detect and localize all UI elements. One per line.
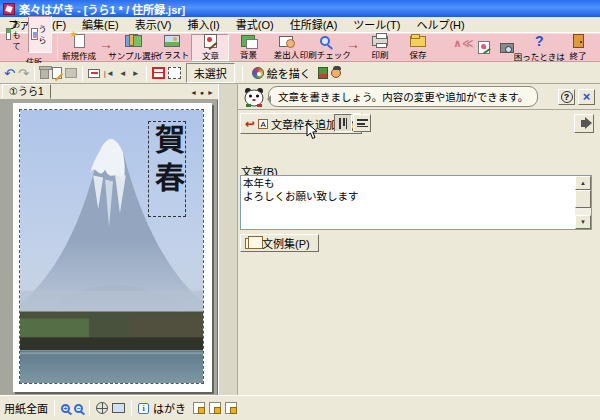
redo-icon: ↷ bbox=[18, 67, 29, 80]
vertical-text-icon bbox=[338, 118, 348, 129]
add-arrow-icon: ↩ bbox=[245, 117, 255, 131]
exit-label: 終了 bbox=[570, 49, 587, 61]
info-icon: i bbox=[138, 403, 149, 414]
assistant-header: 文章を書きましょう。内容の変更や追加ができます。 ? × bbox=[238, 84, 600, 110]
layout-grid-icon[interactable] bbox=[152, 67, 165, 79]
prev-page-icon[interactable]: ◄ bbox=[118, 69, 128, 78]
design-canvas[interactable]: 賀春 bbox=[0, 100, 218, 395]
tab-next-icon[interactable]: ► bbox=[207, 89, 214, 96]
zoom-in-icon[interactable]: + bbox=[61, 404, 70, 413]
menu-addressbook[interactable]: 住所録(A) bbox=[282, 17, 346, 33]
vertical-text-toggle[interactable] bbox=[334, 114, 352, 132]
postcard[interactable]: 賀春 bbox=[13, 103, 212, 392]
draw-picture-button[interactable]: 絵を描く bbox=[248, 64, 315, 82]
sender-label: 差出人 bbox=[274, 48, 300, 60]
title-bar[interactable]: 楽々はがき - [うら1 * / 住所録.jsr] bbox=[0, 0, 600, 17]
zoom-out-icon[interactable]: − bbox=[74, 404, 83, 413]
menu-edit[interactable]: 編集(E) bbox=[74, 17, 127, 33]
assistant-message-bubble: 文章を書きましょう。内容の変更や追加ができます。 bbox=[268, 86, 538, 107]
help-button[interactable]: ? 困ったときは bbox=[519, 34, 559, 61]
print-check-label: 印刷チェック bbox=[300, 48, 351, 60]
screen-view-icon[interactable] bbox=[112, 403, 125, 413]
print-check-button[interactable]: 印刷チェック bbox=[305, 34, 345, 61]
menu-tools[interactable]: ツール(T) bbox=[345, 17, 408, 33]
scroll-up-icon[interactable]: ▲ bbox=[575, 176, 591, 190]
toolbar-separator bbox=[57, 36, 58, 60]
back-side-label: うら bbox=[39, 23, 49, 45]
scroll-thumb[interactable] bbox=[575, 190, 591, 208]
fuji-photo[interactable]: 賀春 bbox=[19, 109, 204, 384]
sender-icon bbox=[279, 36, 293, 47]
edit-frame-icon[interactable] bbox=[52, 67, 62, 79]
selection-frame-icon[interactable] bbox=[168, 67, 181, 79]
save-button[interactable]: 保存 bbox=[399, 34, 437, 61]
camera-icon bbox=[500, 43, 514, 53]
panel-body: ↩ A 文章枠を追加(W) 文章(B) 本年も よろしくお願い致します ▲ bbox=[238, 111, 600, 395]
phrase-examples-label: 文例集(P) bbox=[262, 235, 310, 251]
greeting-text-value[interactable]: 本年も よろしくお願い致します bbox=[243, 177, 573, 228]
frame-lock-icon[interactable] bbox=[225, 402, 237, 414]
next-page-icon[interactable]: ► bbox=[131, 69, 141, 78]
frame-add-icon[interactable] bbox=[193, 402, 205, 414]
print-button[interactable]: 印刷 bbox=[361, 34, 399, 61]
text-tool-button[interactable]: 文章 bbox=[191, 34, 229, 61]
panel-close-button[interactable]: × bbox=[578, 89, 595, 105]
page-tab-strip: ①うら1 ◄ ● ► bbox=[0, 84, 218, 100]
whole-view-icon[interactable] bbox=[96, 402, 108, 414]
text-scrollbar[interactable]: ▲ ▼ bbox=[575, 176, 591, 229]
mouse-cursor bbox=[306, 122, 318, 140]
greeting-text-input[interactable]: 本年も よろしくお願い致します ▲ ▼ bbox=[240, 175, 592, 230]
first-page-icon[interactable]: |◄ bbox=[103, 69, 115, 78]
front-side-label: おもて bbox=[12, 18, 24, 51]
read-aloud-button[interactable] bbox=[574, 114, 594, 133]
status-separator bbox=[89, 400, 90, 416]
full-view-label[interactable]: 用紙全面 bbox=[4, 400, 48, 416]
undo-icon[interactable]: ↶ bbox=[4, 67, 15, 80]
horizontal-text-toggle[interactable] bbox=[353, 114, 371, 132]
illustration-button[interactable]: イラスト bbox=[153, 34, 191, 61]
menu-insert[interactable]: 挿入(I) bbox=[179, 17, 227, 33]
menu-format[interactable]: 書式(O) bbox=[228, 17, 282, 33]
help-label: 困ったときは bbox=[514, 50, 565, 62]
menu-help[interactable]: ヘルプ(H) bbox=[408, 17, 472, 33]
app-window: 楽々はがき - [うら1 * / 住所録.jsr] ファイル(F) 編集(E) … bbox=[0, 0, 600, 420]
new-document-icon bbox=[74, 34, 85, 48]
new-document-button[interactable]: 新規作成 bbox=[60, 34, 98, 61]
collapse-left-icon[interactable]: ≪ bbox=[462, 37, 474, 50]
scroll-down-icon[interactable]: ▼ bbox=[575, 215, 591, 229]
text-task-panel: 文章を書きましょう。内容の変更や追加ができます。 ? × ↩ A 文章枠を追加(… bbox=[238, 84, 600, 395]
printer-icon bbox=[372, 36, 388, 46]
greeting-text-frame[interactable]: 賀春 bbox=[148, 121, 186, 217]
panel-help-button[interactable]: ? bbox=[558, 89, 575, 105]
frame-copy-icon[interactable] bbox=[209, 402, 221, 414]
collapse-up-icon[interactable]: ∧ bbox=[453, 37, 462, 50]
menu-view[interactable]: 表示(V) bbox=[127, 17, 180, 33]
speaker-icon bbox=[581, 120, 587, 127]
front-side-button[interactable]: おもて bbox=[3, 16, 27, 53]
memo-tool-button[interactable] bbox=[473, 34, 495, 61]
figure-icon[interactable] bbox=[318, 67, 328, 79]
page-tab-back1[interactable]: ①うら1 bbox=[2, 84, 51, 99]
toolbar-separator bbox=[242, 66, 243, 81]
menu-bar: ファイル(F) 編集(E) 表示(V) 挿入(I) 書式(O) 住所録(A) ツ… bbox=[0, 17, 600, 33]
memo-heart-icon bbox=[478, 41, 490, 54]
workflow-arrow-icon: → bbox=[346, 36, 360, 52]
back-side-button[interactable]: うら bbox=[28, 16, 52, 53]
panel-splitter[interactable] bbox=[218, 84, 238, 395]
background-button[interactable]: 背景 bbox=[229, 34, 267, 61]
horizontal-text-icon bbox=[357, 118, 368, 128]
tab-prev-icon[interactable]: ◄ bbox=[190, 89, 197, 96]
text-tool-label: 文章 bbox=[202, 49, 219, 61]
selection-status-badge: 未選択 bbox=[186, 63, 235, 83]
save-folder-icon bbox=[410, 36, 426, 47]
phrase-examples-button[interactable]: 文例集(P) bbox=[240, 234, 319, 252]
question-mark-icon: ? bbox=[535, 33, 544, 49]
exit-button[interactable]: 終了 bbox=[559, 34, 597, 61]
card-page-icon[interactable] bbox=[88, 69, 100, 78]
sample-select-button[interactable]: サンプル選択 bbox=[114, 34, 153, 61]
toolbar-separator bbox=[82, 66, 83, 81]
character-icon[interactable] bbox=[331, 68, 341, 78]
toolbar-separator bbox=[146, 66, 147, 81]
status-bar: 用紙全面 + − i はがき bbox=[0, 395, 600, 420]
print-check-icon bbox=[320, 36, 330, 46]
